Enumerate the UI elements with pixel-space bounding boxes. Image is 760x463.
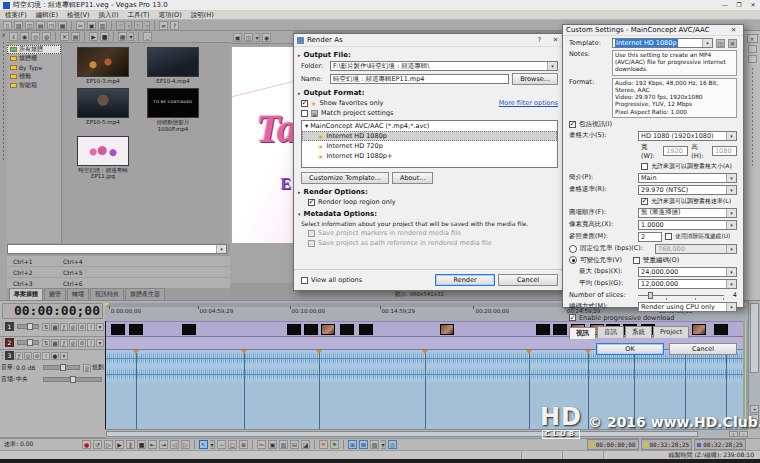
track-fx-icon[interactable]: ƒ — [60, 323, 68, 331]
ok-button[interactable]: OK — [596, 343, 664, 355]
delete-template-icon[interactable]: ✕ — [728, 39, 737, 48]
video-track2-header[interactable]: 2 ⇅▦ƒ◎⊘!▾ — [0, 337, 105, 350]
scrollbar-thumb[interactable] — [750, 303, 759, 373]
stop-button[interactable]: ■ — [137, 440, 146, 449]
track-motion-icon[interactable]: ▦ — [51, 323, 59, 331]
arm-for-record-icon[interactable]: ● — [51, 352, 59, 360]
preview-dropdown-icon[interactable]: ▾ — [255, 33, 260, 42]
paste-icon[interactable]: ▥ — [98, 21, 107, 30]
track-motion-icon[interactable]: ▦ — [51, 339, 59, 347]
automation-settings-icon[interactable]: ◎ — [24, 352, 32, 360]
clip-thumbnail[interactable] — [111, 324, 125, 335]
mute-icon[interactable]: ⊘ — [78, 339, 86, 347]
panel-grip[interactable]: ✕ — [0, 31, 7, 300]
panel-tab[interactable]: 總管 — [44, 288, 66, 300]
slices-slider[interactable] — [638, 291, 724, 300]
selection-edit-tool-button[interactable]: ◻ — [228, 440, 237, 449]
render-template-row[interactable]: ★ Internet HD 1080p — [302, 131, 557, 141]
two-pass-checkbox[interactable] — [633, 257, 640, 264]
media-item[interactable]: EP10-4.mp4 — [140, 47, 206, 84]
menu-item[interactable]: 檔案(F) — [5, 11, 27, 20]
hotkey-row[interactable]: Ctrl+2 Ctrl+5 — [7, 267, 230, 278]
settings-tab[interactable]: 視訊 — [569, 327, 596, 339]
insert-marker-button[interactable]: ⚑ — [319, 440, 328, 449]
avg-bitrate-combobox[interactable]: 12,000,000▾ — [638, 279, 737, 289]
selection-length-field[interactable]: 00:32:28;25 — [694, 439, 746, 450]
maximize-button[interactable]: ❐ — [732, 0, 746, 10]
copy-events-button[interactable]: ▣ — [268, 440, 277, 449]
allow-adjust-framerate-checkbox[interactable] — [641, 198, 648, 205]
extract-audio-icon[interactable]: ◎ — [31, 32, 40, 41]
media-item[interactable]: TO BE CONTINUED 待續動態影片 1080P.mp4 — [140, 88, 206, 132]
track-level-slider[interactable] — [17, 340, 39, 345]
media-bin-folder[interactable]: 所有媒體 — [7, 45, 61, 54]
preview-quality-icon[interactable]: ◫ — [244, 33, 253, 42]
cbr-radio[interactable] — [569, 245, 577, 253]
previous-frame-button[interactable]: ◁ — [170, 440, 179, 449]
copy-snapshot-icon[interactable]: ◉ — [262, 33, 271, 42]
pin-panel-icon[interactable] — [748, 45, 757, 53]
media-bin-folder[interactable]: 智能箱 — [7, 81, 61, 90]
auto-ripple-button[interactable]: ⊠ — [359, 440, 368, 449]
normal-edit-tool-button[interactable]: ↖ — [199, 440, 208, 449]
clip-thumbnail[interactable] — [287, 324, 301, 335]
horizontal-scrollbar[interactable]: + − — [105, 429, 748, 438]
trim-event-button[interactable]: ⊟ — [290, 440, 299, 449]
undo-icon[interactable]: ↺ — [116, 21, 125, 30]
settings-tab[interactable]: Project — [653, 326, 689, 338]
event-boundary[interactable] — [588, 350, 589, 429]
pixel-aspect-combobox[interactable]: 1.0000▾ — [638, 220, 737, 230]
views-dropdown-icon[interactable]: ▾ — [129, 32, 134, 41]
timeline-cursor[interactable] — [105, 321, 106, 429]
framerate-combobox[interactable]: 29.970 (NTSC)▾ — [638, 185, 737, 195]
panel-tab[interactable]: 視訊特效 — [90, 288, 124, 300]
track-grip[interactable] — [1, 351, 4, 360]
ripple-mode-dropdown[interactable]: ▾ — [381, 440, 386, 449]
media-bin-folder[interactable]: By Type — [7, 63, 61, 72]
play-from-start-button[interactable]: ▷ — [104, 440, 113, 449]
menu-item[interactable]: 工具(T) — [128, 11, 150, 20]
event-boundary[interactable] — [244, 350, 245, 429]
panel-tab[interactable]: 轉場 — [67, 288, 89, 300]
insert-region-button[interactable]: ⚑ — [330, 440, 339, 449]
clip-thumbnail[interactable] — [182, 324, 196, 335]
new-project-icon[interactable]: ▯ — [3, 21, 12, 30]
event-boundary[interactable] — [136, 350, 137, 429]
more-filter-options-link[interactable]: More filter options — [499, 99, 558, 107]
show-favorites-checkbox[interactable] — [301, 100, 308, 107]
external-control-button[interactable]: ◎ — [388, 440, 397, 449]
audio-track-events[interactable] — [105, 350, 743, 429]
max-bitrate-combobox[interactable]: 24,000,000▾ — [638, 267, 737, 277]
frame-size-combobox[interactable]: HD 1080 (1920x1080)▾ — [638, 131, 737, 141]
record-button[interactable]: ● — [82, 440, 91, 449]
track-fx-icon[interactable]: ƒ — [15, 352, 23, 360]
loop-playback-button[interactable]: ↺ — [93, 440, 102, 449]
pause-button[interactable]: ‖ — [126, 440, 135, 449]
clip-thumbnail[interactable] — [340, 324, 354, 335]
render-template-row[interactable]: ★ Internet HD 1080p+ — [302, 151, 557, 161]
zoom-in-button[interactable]: + — [729, 431, 738, 437]
project-properties-icon[interactable]: ▤ — [36, 21, 45, 30]
get-media-from-web-icon[interactable]: ◍ — [42, 32, 51, 41]
compositing-mode-dropdown-icon[interactable]: ▾ — [96, 339, 104, 347]
close-button[interactable]: ✕ — [746, 0, 760, 10]
zoom-out-vertical-button[interactable]: − — [750, 414, 759, 422]
clip-thumbnail[interactable] — [304, 324, 318, 335]
browse-button[interactable]: Browse... — [512, 73, 558, 85]
redo-dropdown-icon[interactable]: ▾ — [145, 21, 150, 30]
video-track1-header[interactable]: 1 ⇅▦ƒ◎⊘!▾ — [0, 321, 105, 337]
menu-item[interactable]: 說明(H) — [191, 11, 214, 20]
field-order-combobox[interactable]: 無 (漸進掃描)▾ — [638, 208, 737, 218]
mute-icon[interactable]: ⊘ — [33, 352, 41, 360]
enable-snapping-icon[interactable]: ≍ — [159, 21, 168, 30]
allow-resize-checkbox[interactable] — [641, 163, 648, 170]
track-grip[interactable] — [1, 338, 4, 347]
media-properties-icon[interactable]: ▤ — [71, 32, 80, 41]
menu-item[interactable]: 檢視(V) — [67, 11, 90, 20]
automation-settings-icon[interactable]: ◎ — [69, 339, 77, 347]
view-all-options-checkbox[interactable] — [301, 277, 308, 284]
redo-icon[interactable]: ↻ — [134, 21, 143, 30]
about-button[interactable]: About... — [392, 172, 433, 184]
event-boundary[interactable] — [685, 350, 686, 429]
media-filter-combobox[interactable]: ▾ — [7, 244, 227, 254]
